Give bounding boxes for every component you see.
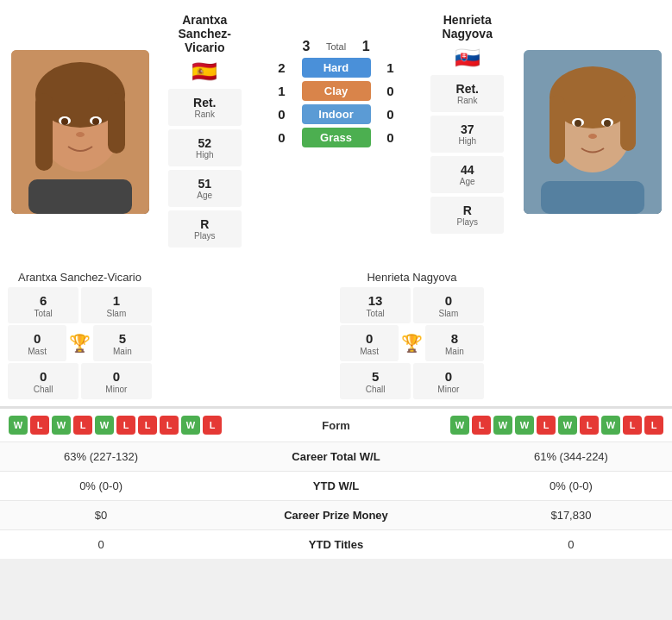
right-player-name-header: Henrieta Nagyova [427, 13, 509, 41]
left-form-badge-l: L [116, 416, 135, 435]
right-age-label: Age [443, 177, 492, 186]
indoor-right-num: 0 [378, 107, 404, 122]
left-chall-val: 0 [40, 369, 47, 384]
right-chall-val: 5 [372, 369, 379, 384]
left-main-val: 5 [119, 331, 126, 346]
right-form-badge-l: L [623, 416, 642, 435]
left-form-badge-l: L [203, 416, 222, 435]
clay-right-num: 0 [378, 84, 404, 98]
right-photo-spacer [492, 267, 651, 399]
right-bottom-name: Henrieta Nagyova [367, 271, 456, 284]
left-age-label: Age [180, 191, 229, 200]
prize-label: Career Prize Money [202, 501, 470, 530]
right-plays-value: R [443, 204, 492, 217]
player-stats-row: Arantxa Sanchez-Vicario 6 Total 1 Slam 0… [0, 264, 672, 406]
hard-row: 2 Hard 1 [250, 58, 423, 78]
right-minor-val: 0 [445, 369, 452, 384]
right-total-lbl: Total [367, 309, 385, 318]
right-player-svg [524, 50, 662, 214]
right-prize: $17,830 [470, 501, 672, 530]
left-chall-stat: 0 Chall [8, 363, 79, 399]
hard-left-num: 2 [269, 60, 295, 75]
svg-rect-10 [28, 179, 132, 214]
total-row: 3 Total 1 [250, 39, 423, 54]
right-minor-stat: 0 Minor [413, 363, 484, 399]
left-age-box: 51 Age [168, 170, 242, 207]
career-wl-row: 63% (227-132) Career Total W/L 61% (344-… [0, 442, 672, 472]
left-slam-val: 1 [113, 293, 120, 308]
right-form-badges: WLWWLWLWLL [450, 416, 663, 435]
indoor-row: 0 Indoor 0 [250, 104, 423, 124]
left-player-photo [0, 9, 160, 255]
clay-badge: Clay [302, 81, 371, 101]
left-rank-value: Ret. [180, 96, 229, 110]
left-slam-lbl: Slam [106, 309, 126, 318]
right-slam-val: 0 [445, 293, 452, 308]
right-form-badge-l: L [580, 416, 599, 435]
right-main-val: 8 [451, 331, 458, 346]
left-age-value: 51 [180, 177, 229, 191]
left-minor-stat: 0 Minor [81, 363, 152, 399]
total-left-num: 3 [293, 39, 319, 54]
right-bottom-stats: Henrieta Nagyova 13 Total 0 Slam 0 Mast … [332, 267, 492, 399]
grass-badge: Grass [302, 128, 371, 147]
svg-rect-15 [620, 95, 636, 151]
indoor-badge: Indoor [302, 104, 371, 124]
right-ytd-titles: 0 [470, 530, 672, 560]
left-mast-stat: 0 Mast [8, 325, 66, 361]
right-form-badge-w: W [601, 416, 620, 435]
left-prize: $0 [0, 501, 202, 530]
svg-rect-14 [550, 95, 565, 164]
right-plays-label: Plays [443, 217, 492, 227]
form-section: WLWLWLLLWL Form WLWWLWLWLL [0, 408, 672, 442]
career-wl-label: Career Total W/L [202, 442, 470, 472]
right-rank-box: Ret. Rank [430, 75, 504, 112]
left-slam-stat: 1 Slam [81, 287, 152, 323]
right-total-stat: 13 Total [340, 287, 411, 323]
svg-point-8 [92, 118, 99, 125]
right-form-badge-l: L [644, 416, 663, 435]
right-form-badge-w: W [450, 416, 469, 435]
left-minor-lbl: Minor [105, 385, 127, 394]
left-career-wl: 63% (227-132) [0, 442, 202, 472]
svg-point-9 [76, 132, 85, 137]
svg-point-18 [575, 120, 581, 127]
center-spacer [160, 267, 332, 399]
ytd-wl-row: 0% (0-0) YTD W/L 0% (0-0) [0, 472, 672, 501]
left-bottom-stats: Arantxa Sanchez-Vicario 6 Total 1 Slam 0… [0, 267, 160, 399]
left-player-svg [11, 50, 149, 214]
left-form-badge-l: L [30, 416, 49, 435]
right-flag: 🇸🇰 [455, 46, 480, 70]
top-section: Arantxa Sanchez-Vicario 🇪🇸 Ret. Rank 52 … [0, 0, 672, 264]
left-rank-label: Rank [180, 110, 229, 119]
right-mast-lbl: Mast [360, 347, 379, 356]
left-plays-box: R Plays [168, 210, 242, 247]
right-photo-image [524, 50, 662, 214]
grass-right-num: 0 [378, 130, 404, 145]
left-flag: 🇪🇸 [192, 59, 217, 84]
hard-right-num: 1 [378, 60, 404, 75]
right-minor-lbl: Minor [437, 385, 459, 394]
right-total-val: 13 [368, 293, 383, 308]
right-form-badge-w: W [558, 416, 577, 435]
left-total-val: 6 [40, 293, 47, 308]
right-rank-value: Ret. [443, 82, 492, 96]
left-ytd-wl: 0% (0-0) [0, 472, 202, 501]
right-mast-stat: 0 Mast [340, 325, 399, 361]
svg-rect-21 [541, 181, 644, 214]
center-column: 3 Total 1 2 Hard 1 1 Clay 0 0 Indoor 0 [250, 9, 423, 255]
main-container: Arantxa Sanchez-Vicario 🇪🇸 Ret. Rank 52 … [0, 0, 672, 559]
left-rank-box: Ret. Rank [168, 89, 242, 126]
prize-row: $0 Career Prize Money $17,830 [0, 501, 672, 530]
left-form-badge-w: W [181, 416, 200, 435]
grass-left-num: 0 [269, 130, 295, 145]
ytd-titles-row: 0 YTD Titles 0 [0, 530, 672, 560]
left-high-label: High [180, 150, 229, 160]
left-player-name-header: Arantxa Sanchez-Vicario [164, 13, 246, 54]
left-form-badge-w: W [9, 416, 28, 435]
grass-row: 0 Grass 0 [250, 128, 423, 147]
left-high-value: 52 [180, 136, 229, 150]
svg-rect-3 [35, 93, 53, 171]
left-plays-value: R [180, 217, 229, 231]
right-mast-val: 0 [366, 331, 373, 346]
